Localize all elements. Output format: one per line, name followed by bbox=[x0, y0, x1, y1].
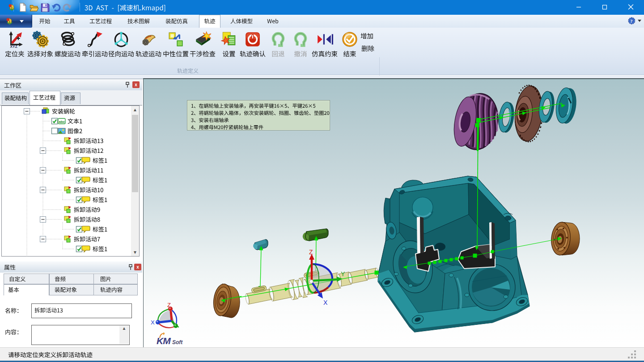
svg-text:?: ? bbox=[630, 18, 633, 24]
svg-text:XYZ: XYZ bbox=[10, 44, 17, 48]
